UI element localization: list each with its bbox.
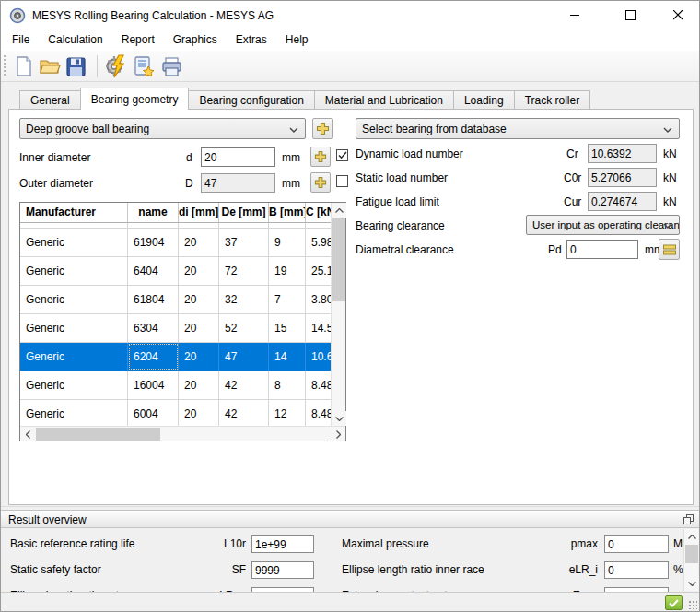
diametral-clearance-input[interactable]	[566, 240, 638, 259]
result-overview-body: Basic reference rating life L10r Maximal…	[1, 528, 699, 592]
scroll-down-icon[interactable]	[332, 411, 346, 426]
focused-cell: 6204	[128, 343, 179, 371]
column-header-manufacturer[interactable]: Manufacturer	[20, 203, 128, 222]
window-title: MESYS Rolling Bearing Calculation - MESY…	[32, 9, 274, 22]
scroll-left-icon[interactable]	[20, 427, 35, 441]
undock-panel-icon[interactable]	[683, 514, 694, 524]
outer-diameter-options-button[interactable]	[310, 172, 331, 193]
maximize-button[interactable]	[609, 1, 651, 29]
column-header-de[interactable]: De [mm]	[219, 203, 269, 222]
table-row[interactable]: Generic61904203795.9863	[20, 229, 331, 257]
check-icon	[669, 599, 679, 607]
column-header-b[interactable]: B [mm]	[269, 203, 306, 222]
tab-bearing-geometry[interactable]: Bearing geometry	[80, 88, 190, 110]
menu-report[interactable]: Report	[112, 29, 164, 51]
dynamic-load-label: Dynamic load number	[356, 147, 463, 160]
outer-diameter-input	[201, 173, 275, 193]
tab-bar: General Bearing geometry Bearing configu…	[8, 88, 694, 110]
calculate-button[interactable]	[104, 54, 128, 78]
table-horizontal-scrollbar[interactable]	[20, 426, 345, 441]
tool-bar	[1, 51, 699, 82]
outer-diameter-checkbox-unchecked[interactable]	[336, 175, 348, 187]
table-row[interactable]: Generic16004204288.4859	[20, 371, 331, 400]
table-row[interactable]: Generic61804203273.8010	[20, 286, 331, 314]
open-file-button[interactable]	[38, 54, 62, 78]
database-bearing-value: Select bearing from database	[362, 123, 507, 135]
tab-general[interactable]: General	[19, 90, 81, 110]
table-header: Manufacturer name di [mm] De [mm] B [mm]…	[20, 203, 331, 223]
tab-loading[interactable]: Loading	[453, 90, 515, 110]
menu-help[interactable]: Help	[276, 29, 318, 51]
static-load-unit: kN	[663, 171, 677, 184]
inner-diameter-options-button[interactable]	[310, 147, 331, 167]
column-header-name[interactable]: name	[128, 203, 179, 222]
vertical-scroll-thumb[interactable]	[685, 545, 698, 563]
bearing-database-table: Generic62804203273.8010 Generic619042037…	[19, 202, 346, 441]
report-with-options-button[interactable]	[132, 54, 156, 78]
open-folder-icon	[39, 57, 61, 76]
table-body: Generic62804203273.8010 Generic619042037…	[20, 223, 331, 426]
table-row[interactable]: Generic60042042128.4859	[20, 400, 331, 426]
menu-bar: File Calculation Report Graphics Extras …	[1, 29, 699, 51]
chevron-down-icon	[663, 223, 672, 229]
toolbar-separator	[97, 55, 98, 77]
column-header-di[interactable]: di [mm]	[179, 203, 219, 222]
menu-graphics[interactable]: Graphics	[164, 29, 227, 51]
tab-track-roller[interactable]: Track roller	[514, 90, 591, 110]
scroll-right-icon[interactable]	[331, 427, 345, 441]
result-overview-title: Result overview	[8, 513, 87, 526]
chevron-down-icon	[663, 127, 672, 133]
title-bar: MESYS Rolling Bearing Calculation - MESY…	[1, 1, 699, 29]
column-header-c[interactable]: C [kN]	[306, 203, 331, 222]
toolbar-drag-handle[interactable]	[4, 55, 6, 77]
table-vertical-scrollbar[interactable]	[331, 203, 345, 426]
scroll-up-icon[interactable]	[684, 529, 699, 544]
bearing-clearance-value: User input as operating clearance	[532, 219, 680, 230]
check-icon	[338, 151, 347, 159]
table-row[interactable]: Generic640420721925.194	[20, 257, 331, 286]
table-row-selected[interactable]: Generic620420471410.639	[20, 343, 331, 371]
bearing-clearance-label: Bearing clearance	[356, 219, 445, 232]
result-value-input	[604, 561, 669, 579]
calculation-ok-button[interactable]	[665, 595, 682, 610]
horizontal-scroll-thumb[interactable]	[36, 428, 160, 441]
menu-calculation[interactable]: Calculation	[39, 29, 111, 51]
diametral-clearance-label: Diametral clearance	[356, 243, 454, 256]
result-symbol: pmax	[535, 537, 598, 550]
fatigue-load-input	[588, 192, 657, 211]
result-label: Ellipse length ratio inner race	[342, 563, 484, 576]
menu-extras[interactable]: Extras	[227, 29, 276, 51]
diametral-clearance-options-button[interactable]	[659, 239, 680, 260]
vertical-scroll-thumb[interactable]	[332, 218, 345, 301]
scroll-up-icon[interactable]	[332, 203, 346, 218]
print-button[interactable]	[159, 54, 183, 78]
tab-material-and-lubrication[interactable]: Material and Lubrication	[314, 90, 454, 110]
list-bars-icon	[663, 244, 676, 255]
result-label: Static safety factor	[10, 563, 101, 576]
inner-diameter-checkbox-checked[interactable]	[336, 149, 348, 161]
bearing-type-select[interactable]: Deep groove ball bearing	[19, 118, 306, 139]
new-file-button[interactable]	[12, 54, 36, 78]
chevron-down-icon	[289, 127, 298, 133]
minimize-button[interactable]	[554, 1, 596, 29]
close-button[interactable]	[657, 1, 699, 29]
tab-bearing-configuration[interactable]: Bearing configuration	[188, 90, 314, 110]
static-load-label: Static load number	[356, 171, 448, 184]
inner-diameter-unit: mm	[282, 151, 300, 164]
result-overview-scrollbar[interactable]	[683, 529, 698, 591]
result-label: Basic reference rating life	[10, 537, 134, 550]
result-overview-header: Result overview	[1, 510, 699, 528]
database-bearing-select[interactable]: Select bearing from database	[356, 118, 680, 139]
inner-diameter-label: Inner diameter	[19, 151, 90, 164]
resize-grip[interactable]	[688, 600, 697, 609]
inner-diameter-input[interactable]	[201, 147, 275, 167]
save-file-button[interactable]	[64, 54, 88, 78]
add-bearing-type-button[interactable]	[312, 118, 333, 139]
bearing-clearance-select[interactable]: User input as operating clearance	[526, 215, 680, 235]
outer-diameter-unit: mm	[282, 177, 300, 190]
static-load-input	[588, 168, 657, 187]
menu-file[interactable]: File	[3, 29, 39, 51]
static-load-symbol: C0r	[564, 171, 581, 184]
table-row[interactable]: Generic630420521514.549	[20, 314, 331, 343]
scroll-down-icon[interactable]	[684, 576, 699, 591]
